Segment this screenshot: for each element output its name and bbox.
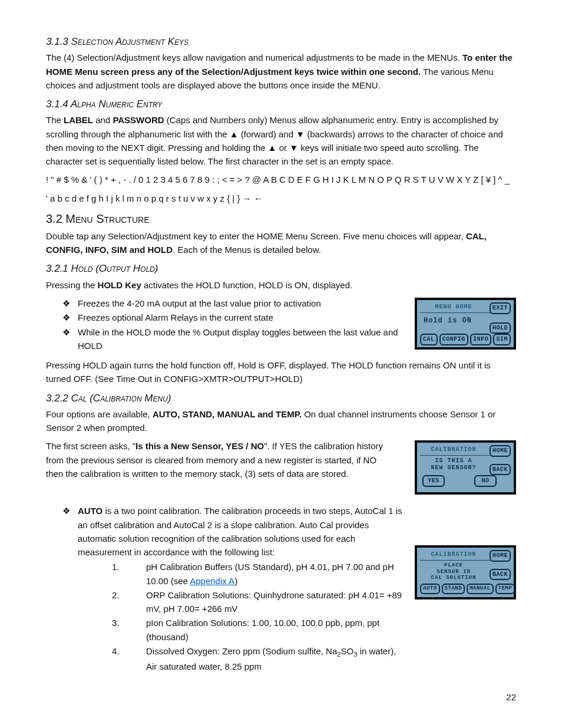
heading-32: 3.2 Menu Structure bbox=[46, 210, 516, 228]
lcd-config-button: CONFIG bbox=[439, 334, 468, 345]
lcd-message-line: NEW SENSOR? bbox=[420, 465, 493, 472]
para-314: The LABEL and PASSWORD (Caps and Numbers… bbox=[46, 113, 516, 168]
text: is a two point calibration. The calibrat… bbox=[78, 506, 402, 557]
lcd-info-button: INFO bbox=[470, 334, 491, 345]
lcd-yes-button: YES bbox=[422, 475, 445, 487]
page-number: 22 bbox=[46, 690, 516, 704]
para-322a: Four options are available, AUTO, STAND,… bbox=[46, 407, 516, 435]
para-32: Double tap any Selection/Adjustment key … bbox=[46, 229, 516, 257]
lcd-hold-screen: EXIT HOLD MENU HOME Hold is ON CAL CONFI… bbox=[415, 298, 516, 350]
lcd-hold-button: HOLD bbox=[490, 322, 511, 334]
appendix-a-link[interactable]: Appendix A bbox=[190, 576, 234, 586]
list-item: pIon Calibration Solutions: 1.00, 10.00,… bbox=[146, 616, 516, 644]
list-item: AUTO is a two point calibration. The cal… bbox=[78, 504, 516, 673]
text: pH Calibration Buffers (US Standard), pH… bbox=[146, 562, 394, 585]
lcd-title: CALIBRATION bbox=[420, 445, 497, 456]
text: pIon Calibration Solutions: 1.00, 10.00,… bbox=[146, 616, 382, 644]
heading-322: 3.2.2 Cal (Calibration Menu) bbox=[46, 391, 516, 406]
text-bold: AUTO bbox=[78, 506, 103, 516]
list-item: pH Calibration Buffers (US Standard), pH… bbox=[146, 560, 516, 588]
heading-314: 3.1.4 Alpha Numeric Entry bbox=[46, 97, 516, 112]
heading-321: 3.2.1 Hold (Output Hold) bbox=[46, 261, 516, 276]
text-bold: Is this a New Sensor, YES / NO bbox=[135, 441, 264, 451]
para-321a: Pressing the HOLD Key activates the HOLD… bbox=[46, 278, 516, 292]
lcd-back-button: BACK bbox=[490, 464, 511, 476]
text: The first screen asks, " bbox=[46, 441, 135, 451]
text: While in the HOLD mode the % Output disp… bbox=[78, 325, 431, 353]
cal-bullet-list: AUTO is a two point calibration. The cal… bbox=[46, 504, 516, 673]
para-321b: Pressing HOLD again turns the hold funct… bbox=[46, 358, 516, 386]
lcd-title: CALIBRATION bbox=[420, 550, 497, 561]
text: Pressing the bbox=[46, 280, 98, 290]
lcd-no-button: NO bbox=[474, 475, 497, 487]
text: ) bbox=[234, 576, 237, 586]
list-item: ORP Calibration Solutions: Quinhydrone s… bbox=[146, 588, 516, 616]
list-item: Dissolved Oxygen: Zero ppm (Sodium sulfi… bbox=[146, 644, 516, 674]
text: Four options are available, bbox=[46, 409, 153, 419]
charset-line-1: ! " # $ % & ' ( ) * + , - . / 0 1 2 3 4 … bbox=[46, 173, 516, 186]
lcd-sim-button: SIM bbox=[493, 334, 511, 345]
cal-numbered-list: pH Calibration Buffers (US Standard), pH… bbox=[78, 560, 516, 673]
para-313: The (4) Selection/Adjustment keys allow … bbox=[46, 51, 516, 92]
heading-313: 3.1.3 Selection Adjustment Keys bbox=[46, 34, 516, 50]
text: . Each of the Menus is detailed below. bbox=[173, 245, 321, 255]
text: SO bbox=[341, 646, 354, 656]
lcd-home-button: HOME bbox=[490, 445, 511, 457]
lcd-title: MENU HOME bbox=[420, 302, 497, 313]
text-bold: LABEL bbox=[64, 115, 93, 125]
lcd-calibration-new-sensor: HOME BACK CALIBRATION IS THIS A NEW SENS… bbox=[415, 440, 516, 495]
text: Dissolved Oxygen: Zero ppm (Sodium sulfi… bbox=[146, 646, 337, 656]
text: Double tap any Selection/Adjustment key … bbox=[46, 231, 466, 241]
text-bold: PASSWORD bbox=[113, 115, 164, 125]
lcd-cal-button: CAL bbox=[420, 334, 438, 345]
para-322b: The first screen asks, "Is this a New Se… bbox=[46, 439, 394, 480]
text: activates the HOLD function, HOLD is ON,… bbox=[141, 280, 352, 290]
charset-line-2: ' a b c d e f g h I j k l m n o p q r s … bbox=[46, 192, 516, 205]
lcd-exit-button: EXIT bbox=[490, 302, 511, 314]
text-bold: AUTO, STAND, MANUAL and TEMP. bbox=[153, 409, 302, 419]
text-bold: HOLD Key bbox=[98, 280, 141, 290]
text: and bbox=[93, 115, 113, 125]
text: The (4) Selection/Adjustment keys allow … bbox=[46, 52, 462, 62]
text: The bbox=[46, 115, 64, 125]
lcd-message-line: IS THIS A bbox=[420, 457, 493, 465]
